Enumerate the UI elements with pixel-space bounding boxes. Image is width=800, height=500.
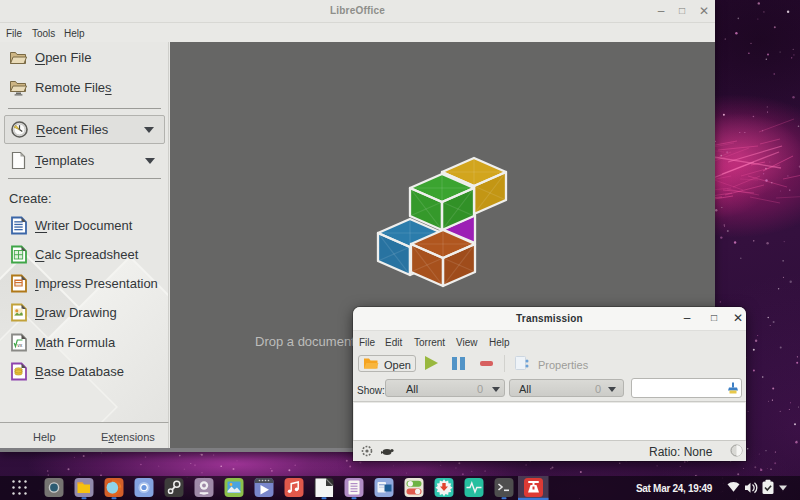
svg-text:vx: vx bbox=[17, 342, 23, 348]
